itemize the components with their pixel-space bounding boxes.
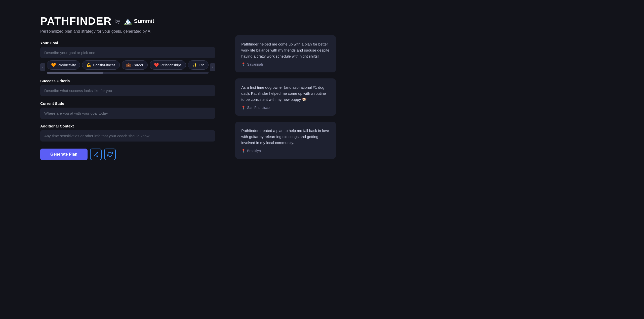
- by-text: by: [115, 19, 120, 24]
- relationships-label: Relationships: [160, 63, 182, 67]
- testimonial-1-author: 📍 Savannah: [241, 62, 330, 66]
- current-label: Current State: [40, 101, 215, 106]
- relationships-emoji: ❤️: [154, 63, 159, 67]
- refresh-icon: [107, 152, 113, 157]
- testimonial-1-text: Pathfinder helped me come up with a plan…: [241, 41, 330, 59]
- career-emoji: 💼: [126, 63, 131, 67]
- testimonial-3-pin: 📍: [241, 149, 246, 153]
- form-section: Your Goal ‹ 🧡 Productivity 💪: [40, 41, 215, 160]
- bottom-row: Generate Plan: [40, 149, 215, 160]
- productivity-emoji: 🧡: [51, 63, 56, 67]
- health-label: Health/Fitness: [93, 63, 115, 67]
- generate-button[interactable]: Generate Plan: [40, 149, 88, 160]
- testimonial-2-author: 📍 San Francisco: [241, 106, 330, 110]
- life-emoji: ✨: [192, 63, 197, 67]
- right-panel: Pathfinder helped me come up with a plan…: [235, 15, 367, 160]
- header: PATHFINDER by 🏔️ Summit Personalized pla…: [40, 15, 215, 34]
- productivity-label: Productivity: [58, 63, 76, 67]
- testimonial-3-name: Brooklyn: [247, 149, 261, 153]
- subtitle: Personalized plan and strategy for your …: [40, 29, 215, 34]
- chip-health[interactable]: 💪 Health/Fitness: [82, 60, 119, 70]
- chips-scroll-left[interactable]: ‹: [40, 63, 45, 71]
- testimonial-3-text: Pathfinder created a plan to help me fal…: [241, 128, 330, 146]
- context-label: Additional Context: [40, 124, 215, 128]
- testimonial-2: As a first time dog owner (and aspiratio…: [235, 78, 336, 116]
- health-emoji: 💪: [86, 63, 91, 67]
- career-label: Career: [133, 63, 143, 67]
- testimonial-3: Pathfinder created a plan to help me fal…: [235, 122, 336, 159]
- testimonial-1-pin: 📍: [241, 62, 246, 66]
- chips-scrollbar-thumb-h: [47, 72, 103, 74]
- success-field-group: Success Criteria: [40, 79, 215, 96]
- chip-life[interactable]: ✨ Life: [188, 60, 209, 70]
- current-input[interactable]: [40, 108, 215, 119]
- success-input[interactable]: [40, 85, 215, 96]
- mountain-icon: 🏔️: [124, 17, 132, 25]
- page-wrapper: PATHFINDER by 🏔️ Summit Personalized pla…: [40, 15, 367, 160]
- chips-outer-wrapper: ‹ 🧡 Productivity 💪 Health/Fitness: [40, 60, 215, 74]
- context-field-group: Additional Context: [40, 124, 215, 142]
- app-title: PATHFINDER by 🏔️ Summit: [40, 15, 215, 27]
- current-field-group: Current State: [40, 101, 215, 119]
- goal-label: Your Goal: [40, 41, 215, 45]
- testimonial-1-name: Savannah: [247, 62, 263, 66]
- testimonial-2-pin: 📍: [241, 106, 246, 110]
- refresh-button[interactable]: [104, 149, 116, 160]
- app-title-text: PATHFINDER: [40, 15, 112, 27]
- chips-scroll-right[interactable]: ›: [210, 63, 215, 71]
- brand-name: Summit: [134, 18, 154, 24]
- testimonial-2-name: San Francisco: [247, 106, 269, 110]
- goal-input[interactable]: [40, 47, 215, 58]
- success-label: Success Criteria: [40, 79, 215, 83]
- chip-career[interactable]: 💼 Career: [122, 60, 148, 70]
- shuffle-icon: [93, 152, 99, 157]
- testimonial-3-author: 📍 Brooklyn: [241, 149, 330, 153]
- goal-field-group: Your Goal ‹ 🧡 Productivity 💪: [40, 41, 215, 74]
- chips-row: 🧡 Productivity 💪 Health/Fitness 💼 Career: [47, 60, 209, 70]
- chip-relationships[interactable]: ❤️ Relationships: [150, 60, 186, 70]
- left-panel: PATHFINDER by 🏔️ Summit Personalized pla…: [40, 15, 215, 160]
- chips-scrollbar-h: [47, 72, 209, 74]
- testimonial-1: Pathfinder helped me come up with a plan…: [235, 35, 336, 72]
- shuffle-button[interactable]: [90, 149, 102, 160]
- chip-productivity[interactable]: 🧡 Productivity: [47, 60, 80, 70]
- testimonial-2-text: As a first time dog owner (and aspiratio…: [241, 84, 330, 103]
- life-label: Life: [199, 63, 205, 67]
- summit-logo: 🏔️ Summit: [124, 17, 154, 25]
- context-input[interactable]: [40, 130, 215, 142]
